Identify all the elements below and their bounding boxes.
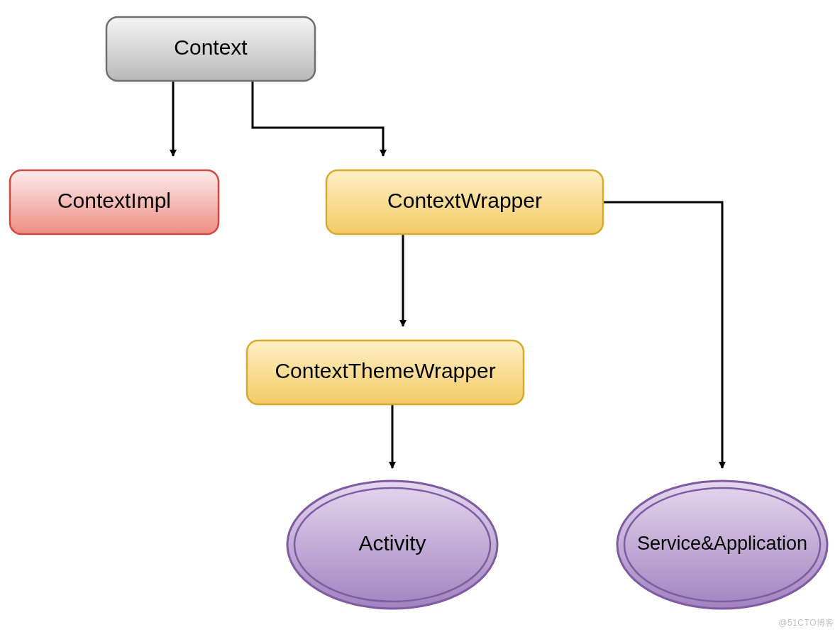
node-contextthemewrapper-label: ContextThemeWrapper	[275, 359, 495, 382]
edges	[173, 81, 722, 468]
node-contextwrapper: ContextWrapper	[326, 170, 603, 234]
node-context: Context	[106, 17, 315, 81]
watermark-text: @51CTO博客	[778, 617, 834, 629]
node-activity: Activity	[287, 481, 497, 609]
node-serviceapp: Service&Application	[617, 481, 827, 609]
node-activity-label: Activity	[358, 531, 426, 555]
node-context-label: Context	[174, 35, 248, 59]
edge-contextwrapper-to-serviceapp	[603, 202, 722, 468]
node-serviceapp-label: Service&Application	[637, 533, 807, 554]
node-contextimpl: ContextImpl	[10, 170, 219, 234]
edge-context-to-contextwrapper	[253, 81, 383, 156]
node-contextthemewrapper: ContextThemeWrapper	[247, 340, 524, 404]
node-contextwrapper-label: ContextWrapper	[387, 189, 542, 212]
node-contextimpl-label: ContextImpl	[57, 189, 171, 212]
